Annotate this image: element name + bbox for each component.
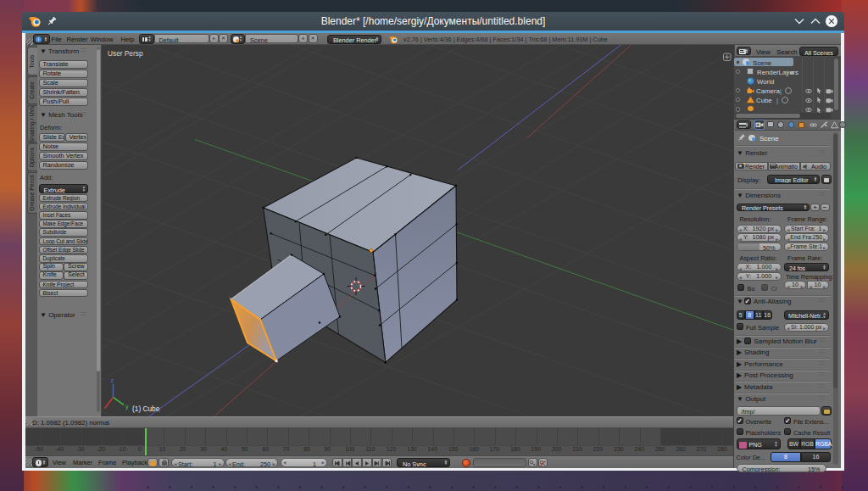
svg-text:z: z (111, 377, 114, 382)
svg-text:y: y (125, 403, 129, 410)
svg-text:User Persp: User Persp (108, 48, 143, 57)
svg-text:(1) Cube: (1) Cube (132, 405, 160, 413)
